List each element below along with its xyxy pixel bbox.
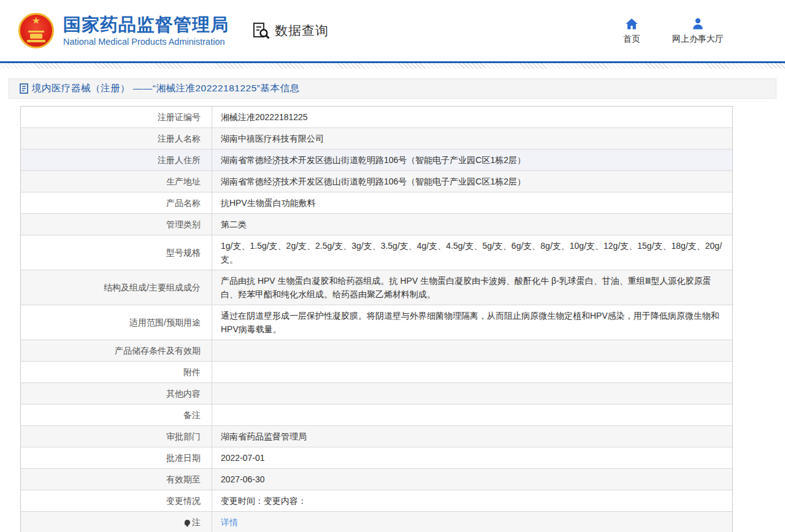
table-row[interactable]: 注册人住所湖南省常德经济技术开发区德山街道乾明路106号（智能电子产业园C区1栋… bbox=[21, 150, 732, 171]
row-value: 2027-06-30 bbox=[212, 469, 732, 490]
nav-home[interactable]: 首页 bbox=[623, 17, 640, 45]
table-row[interactable]: 型号规格1g/支、1.5g/支、2g/支、2.5g/支、3g/支、3.5g/支、… bbox=[21, 235, 732, 270]
brand-name-cn: 国家药品监督管理局 bbox=[63, 15, 229, 34]
brand-text: 国家药品监督管理局 National Medical Products Admi… bbox=[63, 15, 229, 47]
row-value: 湖南省药品监督管理局 bbox=[212, 426, 732, 447]
row-label: 注 bbox=[21, 512, 212, 532]
row-value-text: 湖南省药品监督管理局 bbox=[221, 430, 307, 443]
row-label: 生产地址 bbox=[21, 171, 212, 192]
row-label: 适用范围/预期用途 bbox=[21, 305, 212, 340]
row-value: 湖南中禧医疗科技有限公司 bbox=[212, 128, 732, 149]
table-row[interactable]: 产品名称抗HPV生物蛋白功能敷料 bbox=[21, 192, 732, 214]
site-header: ★ 国家药品监督管理局 National Medical Products Ad… bbox=[0, 0, 785, 61]
section-title-bar: 境内医疗器械（注册） ——“湘械注准20222181225”基本信息 bbox=[9, 78, 776, 99]
table-row[interactable]: 有效期至2027-06-30 bbox=[21, 469, 732, 490]
row-value: 详情 bbox=[212, 512, 732, 532]
page: ★ 国家药品监督管理局 National Medical Products Ad… bbox=[0, 0, 785, 532]
row-value: 1g/支、1.5g/支、2g/支、2.5g/支、3g/支、3.5g/支、4g/支… bbox=[212, 235, 732, 270]
row-value: 产品由抗 HPV 生物蛋白凝胶和给药器组成。抗 HPV 生物蛋白凝胶由卡波姆、酸… bbox=[212, 270, 732, 305]
row-value-text: 抗HPV生物蛋白功能敷料 bbox=[221, 196, 316, 210]
row-value-text: 变更时间：变更内容： bbox=[221, 494, 307, 507]
table-row[interactable]: 产品储存条件及有效期 bbox=[21, 340, 732, 362]
row-label: 产品储存条件及有效期 bbox=[21, 340, 212, 361]
row-value-text: 第二类 bbox=[221, 218, 247, 231]
nav-service-hall-label: 网上办事大厅 bbox=[672, 34, 724, 45]
row-value-text: 1g/支、1.5g/支、2g/支、2.5g/支、3g/支、3.5g/支、4g/支… bbox=[221, 239, 724, 266]
row-value: 第二类 bbox=[212, 214, 732, 235]
row-label: 产品名称 bbox=[21, 192, 212, 213]
table-row[interactable]: 注册证编号湘械注准20222181225 bbox=[21, 107, 732, 128]
row-value-text: 湘械注准20222181225 bbox=[221, 110, 308, 124]
row-label: 注册证编号 bbox=[21, 107, 212, 127]
row-value bbox=[212, 362, 732, 382]
row-value bbox=[212, 383, 732, 404]
nav-service-hall[interactable]: 网上办事大厅 bbox=[672, 17, 724, 45]
hatch-strip bbox=[0, 63, 785, 69]
table-row[interactable]: 注详情 bbox=[21, 512, 732, 532]
table-row[interactable]: 审批部门湖南省药品监督管理局 bbox=[21, 426, 732, 447]
info-table: 注册证编号湘械注准20222181225注册人名称湖南中禧医疗科技有限公司注册人… bbox=[20, 106, 733, 532]
row-value: 湘械注准20222181225 bbox=[212, 107, 732, 127]
main-content: 境内医疗器械（注册） ——“湘械注准20222181225”基本信息 注册证编号… bbox=[9, 78, 776, 532]
row-value: 抗HPV生物蛋白功能敷料 bbox=[212, 192, 732, 213]
table-row[interactable]: 结构及组成/主要组成成分产品由抗 HPV 生物蛋白凝胶和给药器组成。抗 HPV … bbox=[21, 270, 732, 305]
row-label: 管理类别 bbox=[21, 214, 212, 235]
document-icon bbox=[20, 83, 28, 94]
row-value-text: 产品由抗 HPV 生物蛋白凝胶和给药器组成。抗 HPV 生物蛋白凝胶由卡波姆、酸… bbox=[221, 274, 724, 301]
row-value-text: 湖南省常德经济技术开发区德山街道乾明路106号（智能电子产业园C区1栋2层） bbox=[221, 153, 526, 167]
site-logo[interactable]: ★ 国家药品监督管理局 National Medical Products Ad… bbox=[18, 13, 229, 48]
home-icon bbox=[625, 17, 638, 31]
row-value-text: 2027-06-30 bbox=[221, 473, 265, 486]
row-label: 附件 bbox=[21, 362, 212, 382]
user-icon bbox=[691, 17, 705, 31]
table-row[interactable]: 注册人名称湖南中禧医疗科技有限公司 bbox=[21, 128, 732, 150]
table-row[interactable]: 批准日期2022-07-01 bbox=[21, 447, 732, 469]
top-nav: 首页 网上办事大厅 bbox=[623, 17, 724, 45]
row-value: 通过在阴道壁形成一层保护性凝胶膜。将阴道壁与外界细菌物理隔离，从而阻止病原微生物… bbox=[212, 305, 732, 340]
row-label: 注册人住所 bbox=[21, 150, 212, 170]
bulb-icon bbox=[185, 520, 190, 525]
page-title: 境内医疗器械（注册） ——“湘械注准20222181225”基本信息 bbox=[32, 82, 299, 95]
row-value-text: 湖南省常德经济技术开发区德山街道乾明路106号（智能电子产业园C区1栋2层） bbox=[221, 175, 526, 188]
row-value bbox=[212, 405, 732, 425]
row-label: 其他内容 bbox=[21, 383, 212, 404]
row-label: 审批部门 bbox=[21, 426, 212, 447]
row-value: 湖南省常德经济技术开发区德山街道乾明路106号（智能电子产业园C区1栋2层） bbox=[212, 171, 732, 192]
row-value: 湖南省常德经济技术开发区德山街道乾明路106号（智能电子产业园C区1栋2层） bbox=[212, 150, 732, 170]
row-value-text: 2022-07-01 bbox=[221, 451, 265, 465]
row-label: 备注 bbox=[21, 405, 212, 425]
row-label: 结构及组成/主要组成成分 bbox=[21, 270, 212, 305]
table-row[interactable]: 管理类别第二类 bbox=[21, 214, 732, 235]
table-row[interactable]: 生产地址湖南省常德经济技术开发区德山街道乾明路106号（智能电子产业园C区1栋2… bbox=[21, 171, 732, 192]
document-search-icon bbox=[252, 21, 270, 40]
row-label: 注册人名称 bbox=[21, 128, 212, 149]
table-row[interactable]: 附件 bbox=[21, 362, 732, 383]
data-query-label: 数据查询 bbox=[275, 22, 329, 39]
table-row[interactable]: 适用范围/预期用途通过在阴道壁形成一层保护性凝胶膜。将阴道壁与外界细菌物理隔离，… bbox=[21, 305, 732, 340]
row-label: 批准日期 bbox=[21, 447, 212, 468]
nav-home-label: 首页 bbox=[623, 34, 640, 45]
table-row[interactable]: 其他内容 bbox=[21, 383, 732, 405]
row-label: 有效期至 bbox=[21, 469, 212, 490]
data-query-section[interactable]: 数据查询 bbox=[252, 21, 329, 40]
national-emblem-icon: ★ bbox=[18, 13, 54, 48]
row-value-text: 通过在阴道壁形成一层保护性凝胶膜。将阴道壁与外界细菌物理隔离，从而阻止病原微生物… bbox=[221, 309, 724, 336]
row-value: 变更时间：变更内容： bbox=[212, 490, 732, 511]
table-row[interactable]: 备注 bbox=[21, 405, 732, 426]
brand-name-en: National Medical Products Administration bbox=[63, 37, 229, 47]
row-value-text: 湖南中禧医疗科技有限公司 bbox=[221, 132, 324, 145]
row-label: 变更情况 bbox=[21, 490, 212, 511]
row-value: 2022-07-01 bbox=[212, 447, 732, 468]
row-value bbox=[212, 340, 732, 361]
table-row[interactable]: 变更情况变更时间：变更内容： bbox=[21, 490, 732, 512]
detail-link[interactable]: 详情 bbox=[221, 515, 238, 529]
row-label: 型号规格 bbox=[21, 235, 212, 270]
